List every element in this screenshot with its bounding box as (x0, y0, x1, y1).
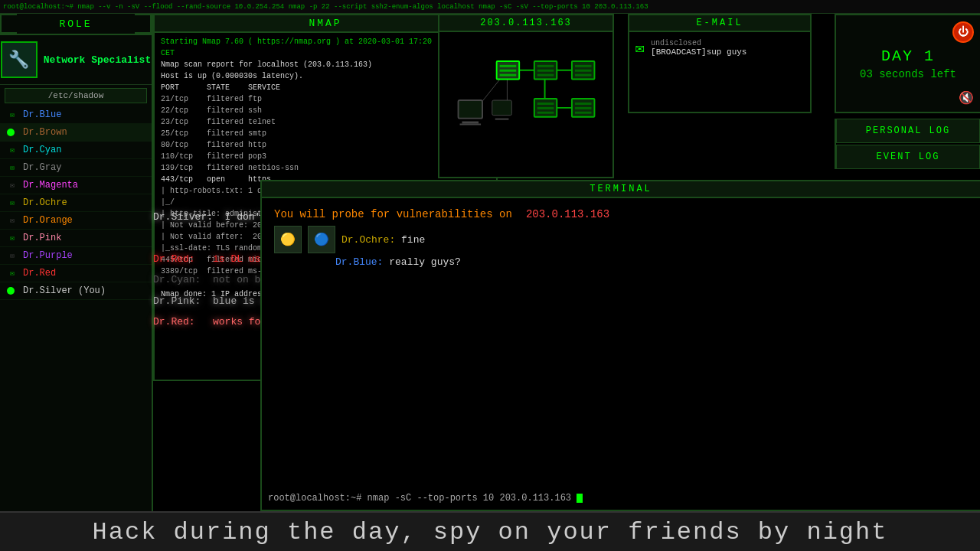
role-name: Network Specialist (44, 54, 151, 66)
player-name: Dr.Brown (23, 127, 67, 138)
email-subject: [BROADCAST]sup guys (651, 47, 746, 57)
list-item[interactable]: Dr.Purple (0, 247, 152, 265)
list-item[interactable]: Dr.Gray (0, 159, 152, 177)
list-item[interactable]: Dr.Blue (0, 106, 152, 124)
player-name: Dr.Ochre (23, 197, 67, 208)
list-item[interactable]: Dr.Magenta (0, 177, 152, 194)
left-panel: ROLE 🔧 Network Specialist /etc/shadow Dr… (0, 14, 153, 511)
svg-rect-28 (537, 112, 554, 114)
speaker-blue: Dr.Blue: (335, 256, 383, 268)
network-content (439, 32, 612, 172)
avatar-section: 🔧 Network Specialist (0, 35, 152, 85)
player-list: Dr.Blue Dr.Brown Dr.Cyan Dr.Gray Dr.Mage… (0, 106, 152, 300)
timer-panel: DAY 1 03 seconds left ⏻ 🔇 (835, 14, 980, 113)
mission-text: You will probe for vulnerabilities on (274, 208, 518, 220)
svg-rect-27 (537, 107, 554, 109)
network-diagram (439, 32, 612, 172)
svg-rect-15 (537, 70, 554, 72)
mail-icon (6, 249, 18, 262)
svg-rect-24 (575, 112, 592, 114)
top-bar: root@localhost:~# nmap --v -n -sV --floo… (0, 0, 980, 14)
svg-rect-22 (575, 103, 592, 105)
terminal-header: TERMINAL (262, 181, 980, 198)
network-header: 203.0.113.163 (439, 15, 612, 32)
list-item[interactable]: Dr.Cyan (0, 142, 152, 159)
player-name: Dr.Orange (23, 215, 73, 226)
player-name: Dr.Red (23, 268, 56, 279)
chat-message: 🟡 🔵 Dr.Ochre: fine (274, 226, 968, 253)
svg-rect-30 (495, 119, 509, 120)
mission-line: You will probe for vulnerabilities on 20… (274, 207, 968, 221)
avatar: 🟡 (274, 226, 302, 253)
email-row[interactable]: ✉ undisclosed [BROADCAST]sup guys (629, 32, 810, 64)
tagline: Hack during the day, spy on your friends… (93, 518, 888, 546)
log-buttons: PERSONAL LOG EVENT LOG (835, 119, 980, 169)
mail-icon (6, 161, 18, 174)
personal-log-button[interactable]: PERSONAL LOG (836, 119, 980, 143)
role-title: ROLE (59, 18, 92, 30)
email-header: E-MAIL (629, 15, 810, 32)
player-name: Dr.Blue (23, 109, 61, 120)
svg-rect-18 (575, 65, 592, 67)
chat-text: Dr.Blue: really guys? (335, 256, 461, 268)
chat-message: Dr.Blue: really guys? (274, 256, 968, 268)
terminal-panel: TERMINAL You will probe for vulnerabilit… (260, 180, 980, 511)
mail-icon (6, 179, 18, 191)
mail-icon (6, 214, 18, 227)
terminal-cursor (577, 494, 583, 503)
svg-rect-10 (500, 65, 517, 67)
player-name: Dr.Pink (23, 233, 61, 243)
avatar-icon: 🔧 (8, 50, 29, 70)
status-icon (6, 126, 18, 139)
svg-rect-26 (537, 103, 554, 105)
email-icon: ✉ (635, 38, 645, 57)
svg-rect-6 (459, 100, 482, 119)
mail-icon (6, 267, 18, 279)
svg-rect-29 (492, 100, 512, 116)
terminal-input-line: root@localhost:~# nmap -sC --top-ports 1… (268, 493, 974, 504)
list-item[interactable]: Dr.Red (0, 265, 152, 282)
player-name: Dr.Gray (23, 162, 61, 173)
list-item[interactable]: Dr.Pink (0, 230, 152, 247)
status-icon (6, 285, 18, 297)
player-name: Dr.Cyan (23, 145, 61, 155)
speaker-ochre: Dr.Ochre: (341, 234, 395, 246)
svg-rect-19 (575, 70, 592, 72)
mail-icon (6, 197, 18, 209)
svg-rect-23 (575, 107, 592, 109)
svg-rect-8 (460, 124, 482, 126)
top-bar-text: root@localhost:~# nmap --v -n -sV --floo… (3, 3, 648, 11)
bottom-bar: Hack during the day, spy on your friends… (0, 511, 980, 551)
svg-rect-7 (462, 122, 479, 124)
power-button[interactable]: ⏻ (952, 21, 974, 43)
list-item[interactable]: Dr.Brown (0, 124, 152, 142)
svg-rect-16 (537, 74, 554, 77)
email-sender: undisclosed (651, 39, 746, 47)
list-item[interactable]: Dr.Orange (0, 212, 152, 230)
svg-rect-12 (500, 74, 517, 77)
list-item[interactable]: Dr.Silver (You) (0, 282, 152, 300)
event-log-button[interactable]: EVENT LOG (836, 145, 980, 169)
svg-rect-11 (500, 70, 517, 72)
role-header: ROLE (0, 14, 152, 35)
email-panel: E-MAIL ✉ undisclosed [BROADCAST]sup guys (628, 14, 812, 113)
mail-icon (6, 144, 18, 156)
list-item[interactable]: Dr.Ochre (0, 194, 152, 212)
player-name: Dr.Silver (You) (23, 285, 106, 296)
avatar: 🔵 (308, 226, 335, 253)
network-panel: 203.0.113.163 (438, 14, 614, 178)
player-name: Dr.Purple (23, 250, 73, 261)
mission-ip: 203.0.113.163 (526, 208, 609, 220)
path-bar: /etc/shadow (5, 88, 147, 103)
svg-rect-20 (575, 74, 592, 77)
svg-rect-14 (537, 65, 554, 67)
avatar: 🔧 (1, 41, 38, 78)
chat-text: Dr.Ochre: fine (341, 234, 425, 246)
mail-icon (6, 109, 18, 121)
timer-day: DAY 1 (881, 47, 935, 65)
terminal-chat-area: You will probe for vulnerabilities on 20… (262, 203, 980, 276)
terminal-command: root@localhost:~# nmap -sC --top-ports 1… (268, 493, 571, 504)
mail-icon (6, 232, 18, 244)
sound-button[interactable]: 🔇 (959, 90, 974, 106)
timer-seconds: 03 seconds left (860, 68, 956, 80)
